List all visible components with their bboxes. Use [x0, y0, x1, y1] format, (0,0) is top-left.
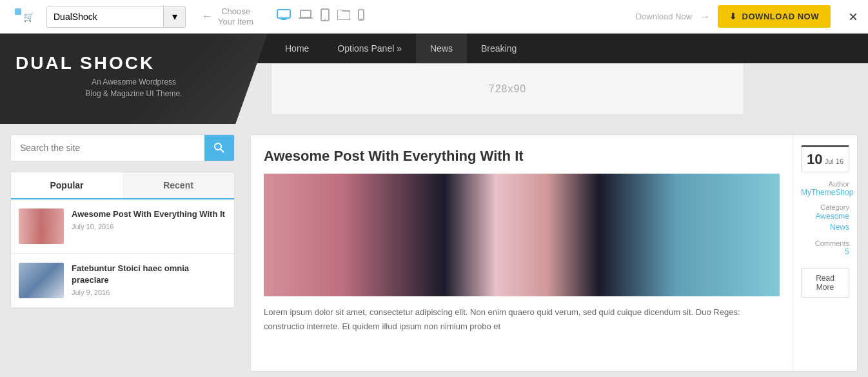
- content-area: Awesome Post With Everything With It Lor…: [245, 124, 868, 377]
- post-info-2: Fatebuntur Stoici haec omnia praeclare J…: [72, 263, 226, 296]
- nav-home[interactable]: Home: [271, 34, 323, 63]
- article-image: [264, 174, 780, 296]
- sidebar: Popular Recent Awesome Post With Everyth…: [0, 124, 245, 377]
- article-main: Awesome Post With Everything With It Lor…: [251, 135, 793, 371]
- post-title-1[interactable]: Awesome Post With Everything With It: [72, 209, 226, 220]
- svg-point-10: [360, 18, 362, 19]
- search-button[interactable]: [204, 135, 234, 161]
- article-body: Lorem ipsum dolor sit amet, consectetur …: [264, 305, 780, 334]
- svg-rect-3: [282, 18, 286, 19]
- search-box: [10, 134, 235, 161]
- laptop-icon[interactable]: [299, 9, 313, 24]
- meta-author-row: Author MyThemeShop: [801, 180, 849, 197]
- logo-subtitle: An Awesome Wordpress Blog & Magazine UI …: [15, 76, 252, 99]
- svg-point-8: [324, 19, 326, 20]
- meta-comments-row: Comments 5: [801, 239, 849, 256]
- article-meta: 10 Jul 16 Author MyThemeShop Category Aw…: [793, 135, 857, 371]
- read-more-button[interactable]: Read More: [801, 268, 849, 298]
- device-icons: [277, 8, 364, 25]
- svg-rect-6: [299, 17, 313, 19]
- main-content: Popular Recent Awesome Post With Everyth…: [0, 124, 868, 377]
- search-input[interactable]: [11, 135, 204, 161]
- arrow-left-icon: ←: [201, 10, 213, 23]
- close-button[interactable]: ×: [849, 8, 858, 26]
- nav-breaking[interactable]: Breaking: [467, 34, 531, 63]
- download-section: Download Now → ⬇ DOWNLOAD NOW: [636, 5, 831, 28]
- cart-icon[interactable]: 🛒: [10, 4, 36, 30]
- list-item: Fatebuntur Stoici haec omnia praeclare J…: [11, 254, 234, 308]
- meta-comments-value: 5: [801, 247, 849, 256]
- list-item: Awesome Post With Everything With It Jul…: [11, 199, 234, 254]
- theme-selector[interactable]: DualShock ▾: [46, 6, 186, 28]
- download-btn-label: DOWNLOAD NOW: [742, 12, 819, 21]
- tabs-header: Popular Recent: [11, 172, 234, 199]
- post-thumbnail-1[interactable]: [19, 209, 64, 244]
- folder-icon[interactable]: [337, 10, 350, 23]
- svg-rect-0: [15, 8, 21, 15]
- article-title: Awesome Post With Everything With It: [264, 148, 780, 165]
- theme-dropdown-arrow[interactable]: ▾: [163, 6, 185, 28]
- svg-line-12: [221, 149, 224, 152]
- meta-category-label: Category: [801, 203, 849, 211]
- tab-popular[interactable]: Popular: [11, 172, 123, 199]
- post-date-1: July 10, 2016: [72, 223, 226, 230]
- svg-rect-2: [277, 10, 290, 18]
- logo-area: DUAL SHOCK An Awesome Wordpress Blog & M…: [0, 34, 268, 124]
- mobile-icon[interactable]: [358, 9, 364, 24]
- meta-category-row: Category Awesome News: [801, 203, 849, 233]
- article-card: Awesome Post With Everything With It Lor…: [250, 134, 858, 372]
- svg-text:🛒: 🛒: [23, 12, 33, 23]
- tab-recent[interactable]: Recent: [123, 172, 234, 198]
- nav-news[interactable]: News: [416, 34, 467, 63]
- meta-date-box: 10 Jul 16: [801, 145, 849, 172]
- download-now-label: Download Now: [636, 12, 692, 22]
- logo-title: DUAL SHOCK: [15, 53, 252, 74]
- meta-category-value[interactable]: Awesome News: [801, 211, 849, 233]
- arrow-right-icon: →: [700, 11, 710, 23]
- choose-item-label: ← ChooseYour Item: [201, 6, 253, 26]
- meta-author-value[interactable]: MyThemeShop: [801, 188, 849, 197]
- meta-author-label: Author: [801, 180, 849, 188]
- post-info-1: Awesome Post With Everything With It Jul…: [72, 209, 226, 230]
- svg-rect-5: [301, 10, 311, 17]
- meta-comments-label: Comments: [801, 239, 849, 247]
- nav-options-panel[interactable]: Options Panel »: [323, 34, 416, 63]
- svg-rect-4: [281, 19, 287, 20]
- tablet-icon[interactable]: [321, 8, 330, 25]
- choose-item-text: ChooseYour Item: [218, 6, 253, 26]
- post-thumbnail-2[interactable]: [19, 263, 64, 298]
- monitor-icon[interactable]: [277, 9, 291, 24]
- top-bar: 🛒 DualShock ▾ ← ChooseYour Item Download…: [0, 0, 868, 34]
- svg-point-11: [215, 143, 221, 150]
- ad-banner: 728x90: [271, 63, 744, 115]
- download-icon: ⬇: [729, 12, 737, 21]
- post-title-2[interactable]: Fatebuntur Stoici haec omnia praeclare: [72, 263, 226, 286]
- meta-day: 10 Jul 16: [807, 151, 843, 168]
- download-button[interactable]: ⬇ DOWNLOAD NOW: [718, 5, 831, 28]
- ad-size-label: 728x90: [489, 83, 527, 95]
- post-date-2: July 9, 2016: [72, 289, 226, 296]
- tabs-widget: Popular Recent Awesome Post With Everyth…: [10, 172, 235, 309]
- theme-input[interactable]: DualShock: [47, 6, 163, 28]
